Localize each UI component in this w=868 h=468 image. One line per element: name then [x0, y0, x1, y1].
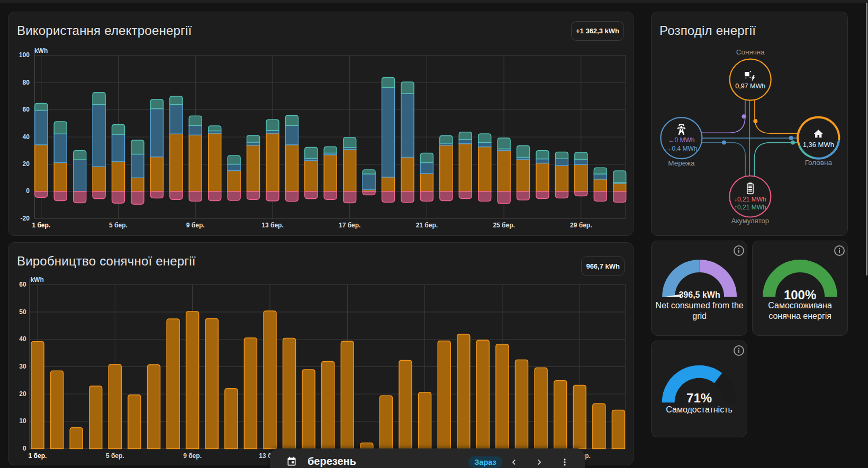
svg-text:Самоспоживана: Самоспоживана — [768, 301, 832, 310]
svg-text:сонячна енергія: сонячна енергія — [768, 311, 831, 320]
svg-text:100%: 100% — [784, 288, 816, 302]
svg-text:kWh: kWh — [34, 47, 48, 54]
svg-text:Головна: Головна — [805, 159, 833, 167]
svg-text:→0,4 MWh: →0,4 MWh — [665, 145, 697, 152]
svg-text:grid: grid — [692, 311, 707, 320]
svg-text:17 бер.: 17 бер. — [339, 222, 360, 229]
svg-text:↓0,21 MWh: ↓0,21 MWh — [734, 196, 766, 203]
svg-text:30: 30 — [19, 363, 26, 370]
svg-text:5 бер.: 5 бер. — [106, 452, 124, 460]
svg-text:100: 100 — [19, 51, 30, 59]
svg-text:50: 50 — [19, 308, 26, 316]
svg-text:60: 60 — [23, 106, 30, 113]
svg-text:71%: 71% — [686, 391, 712, 405]
svg-text:-20: -20 — [21, 215, 30, 222]
svg-text:1 бер.: 1 бер. — [29, 452, 47, 460]
svg-text:0: 0 — [23, 445, 26, 452]
svg-text:21 бер.: 21 бер. — [416, 222, 438, 229]
svg-text:Мережа: Мережа — [668, 159, 695, 167]
svg-text:Net consumed from the: Net consumed from the — [655, 301, 743, 310]
svg-text:29 бер.: 29 бер. — [570, 222, 592, 229]
svg-text:13 бер.: 13 бер. — [261, 222, 283, 229]
svg-text:0: 0 — [26, 187, 30, 195]
svg-text:Самодостатність: Самодостатність — [666, 405, 733, 414]
svg-text:60: 60 — [19, 281, 26, 288]
svg-text:←0 MWh: ←0 MWh — [668, 136, 694, 144]
svg-text:Акумулятор: Акумулятор — [731, 217, 769, 225]
svg-text:40: 40 — [19, 335, 26, 343]
svg-text:25 бер.: 25 бер. — [493, 222, 514, 229]
svg-text:40: 40 — [23, 133, 30, 141]
svg-text:9 бер.: 9 бер. — [183, 452, 202, 460]
svg-text:0,97 MWh: 0,97 MWh — [735, 82, 765, 90]
svg-text:9 бер.: 9 бер. — [186, 222, 205, 229]
svg-text:1,36 MWh: 1,36 MWh — [803, 141, 834, 149]
svg-text:kWh: kWh — [30, 276, 43, 283]
svg-text:↑0,21 MWh: ↑0,21 MWh — [734, 204, 766, 211]
svg-text:5 бер.: 5 бер. — [109, 222, 128, 229]
svg-text:Сонячна: Сонячна — [736, 48, 765, 56]
svg-text:396,5 kWh: 396,5 kWh — [679, 290, 720, 299]
svg-text:1 бер.: 1 бер. — [32, 222, 50, 229]
svg-text:80: 80 — [23, 79, 30, 86]
svg-text:20: 20 — [19, 390, 26, 398]
svg-text:20: 20 — [23, 160, 30, 168]
svg-text:10: 10 — [19, 417, 26, 425]
